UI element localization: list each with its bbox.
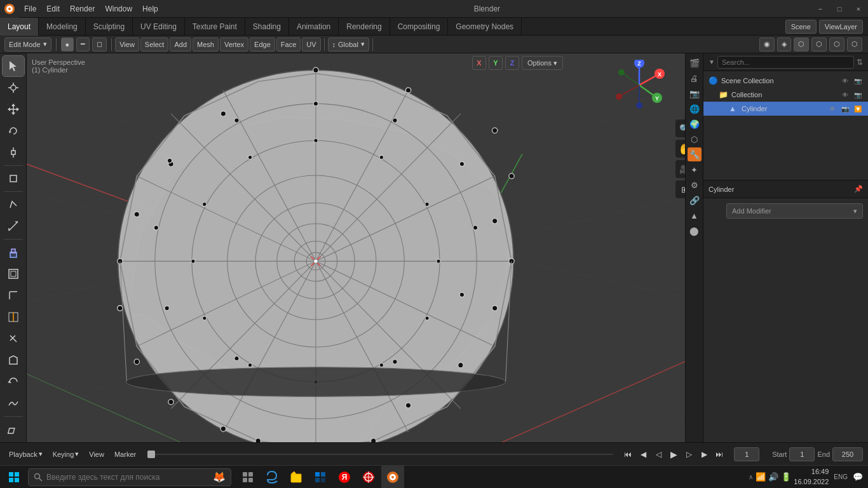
vertex-menu-btn[interactable]: Vertex [220, 37, 248, 51]
face-menu-btn[interactable]: Face [276, 37, 301, 51]
edge-select-btn[interactable]: ━ [76, 37, 90, 51]
menu-window[interactable]: Window [100, 0, 137, 17]
cylinder-restrict-viewport[interactable]: 👁 [827, 104, 837, 114]
start-frame-input[interactable]: 1 [789, 447, 815, 461]
notification-btn[interactable]: 💬 [853, 472, 863, 482]
knife-btn[interactable] [3, 329, 24, 349]
keying-menu-btn[interactable]: Keying ▾ [49, 447, 83, 461]
prev-keyframe-btn[interactable]: ◀ [636, 447, 650, 461]
tab-animation[interactable]: Animation [289, 18, 339, 36]
viewlayer-dropdown[interactable]: ViewLayer [819, 20, 863, 34]
step-back-btn[interactable]: ◁ [651, 447, 665, 461]
collection-restrict-viewport[interactable]: 👁 [840, 90, 850, 100]
tab-rendering[interactable]: Rendering [339, 18, 390, 36]
store-icon[interactable] [309, 466, 332, 489]
bevel-btn[interactable] [3, 285, 24, 306]
shading-solid-btn[interactable]: ⬡ [811, 37, 827, 51]
network-icon[interactable]: 📶 [756, 472, 766, 482]
modifier-props-btn[interactable]: 🔧 [688, 147, 702, 161]
measure-btn[interactable] [3, 216, 24, 236]
taskview-btn[interactable] [236, 466, 259, 489]
next-keyframe-btn[interactable]: ▶ [697, 447, 711, 461]
close-button[interactable]: × [849, 0, 868, 18]
yandex-browser-icon[interactable] [357, 466, 380, 489]
tab-layout[interactable]: Layout [0, 18, 39, 36]
battery-icon[interactable]: 🔋 [781, 472, 791, 482]
scale-tool-btn[interactable] [3, 142, 24, 163]
coord-x-btn[interactable]: X [472, 56, 486, 70]
maximize-button[interactable]: □ [830, 0, 849, 18]
cylinder-restrict-render[interactable]: 📷 [840, 104, 850, 114]
menu-file[interactable]: File [19, 0, 41, 17]
physics-props-btn[interactable]: ⚙ [688, 178, 702, 192]
jump-start-btn[interactable]: ⏮ [621, 447, 635, 461]
render-props-btn[interactable]: 🎬 [688, 56, 702, 70]
timeline-view-btn[interactable]: View [85, 447, 108, 461]
collection-restrict-render[interactable]: 📷 [853, 90, 863, 100]
tray-expand-btn[interactable]: ∧ [749, 473, 753, 480]
inset-btn[interactable] [3, 264, 24, 284]
shading-material-btn[interactable]: ⬡ [829, 37, 844, 51]
add-menu-btn[interactable]: Add [170, 37, 191, 51]
particles-props-btn[interactable]: ✦ [688, 163, 702, 177]
spin-btn[interactable] [3, 372, 24, 392]
outliner-sort-btn[interactable]: ⇅ [857, 58, 863, 67]
tab-modeling[interactable]: Modeling [39, 18, 86, 36]
scene-collection-row[interactable]: 🔵 Scene Collection 👁 📷 [703, 74, 868, 88]
yandex-icon[interactable]: Я [333, 466, 356, 489]
view-menu-btn[interactable]: View [115, 37, 139, 51]
tab-texture-paint[interactable]: Texture Paint [185, 18, 245, 36]
timeline-scrubber[interactable] [147, 454, 613, 455]
blender-taskbar-icon[interactable] [381, 466, 404, 489]
viewport-3d[interactable]: User Perspective (1) Cylinder X Y Z Opti… [27, 53, 703, 442]
taskbar-search[interactable]: 🦊 [28, 468, 231, 486]
current-frame-display[interactable]: 1 [734, 447, 759, 461]
uv-menu-btn[interactable]: UV [302, 37, 320, 51]
constraints-props-btn[interactable]: 🔗 [688, 193, 702, 207]
vertex-select-btn[interactable]: ● [61, 37, 74, 51]
shading-render-btn[interactable]: ⬡ [847, 37, 862, 51]
poly-build-btn[interactable] [3, 350, 24, 370]
properties-pin-btn[interactable]: 📌 [854, 185, 863, 193]
select-tool-btn[interactable] [3, 56, 24, 76]
move-tool-btn[interactable] [3, 99, 24, 119]
file-explorer-icon[interactable] [285, 466, 308, 489]
tab-sculpting[interactable]: Sculpting [86, 18, 133, 36]
material-props-btn[interactable]: ⬤ [688, 224, 702, 238]
add-modifier-btn[interactable]: Add Modifier ▾ [726, 203, 863, 219]
scene-dropdown[interactable]: Scene [785, 20, 817, 34]
extrude-btn[interactable] [3, 242, 24, 262]
shear-btn[interactable] [3, 419, 24, 440]
tab-uv-editing[interactable]: UV Editing [133, 18, 185, 36]
play-btn[interactable]: ▶ [667, 447, 681, 461]
smooth-btn[interactable] [3, 393, 24, 414]
cylinder-restrict-select[interactable]: 🔽 [853, 104, 863, 114]
rotate-tool-btn[interactable] [3, 121, 24, 141]
menu-help[interactable]: Help [137, 0, 163, 17]
end-frame-input[interactable]: 250 [832, 447, 863, 461]
mesh-menu-btn[interactable]: Mesh [193, 37, 219, 51]
cursor-tool-btn[interactable] [3, 78, 24, 98]
coord-y-btn[interactable]: Y [489, 56, 503, 70]
orientation-gizmo[interactable]: Z X Y [614, 60, 665, 111]
outliner-search-input[interactable] [717, 56, 854, 69]
language-indicator[interactable]: ENG [834, 473, 848, 480]
edge-menu-btn[interactable]: Edge [250, 37, 275, 51]
windows-start-btn[interactable] [0, 466, 28, 489]
loop-cut-btn[interactable] [3, 307, 24, 327]
data-props-btn[interactable]: ▲ [688, 208, 702, 222]
output-props-btn[interactable]: 🖨 [688, 71, 702, 85]
mode-selector[interactable]: Edit Mode ▾ [4, 37, 51, 51]
scene-props-btn[interactable]: 🌐 [688, 102, 702, 116]
transform-space-dropdown[interactable]: ↕ Global ▾ [328, 37, 369, 51]
playback-menu-btn[interactable]: Playback ▾ [5, 447, 46, 461]
options-dropdown-btn[interactable]: Options ▾ [522, 56, 563, 70]
view-layer-props-btn[interactable]: 📷 [688, 86, 702, 100]
object-props-btn[interactable]: ⬡ [688, 132, 702, 146]
menu-render[interactable]: Render [65, 0, 100, 17]
scene-collection-restrict-render[interactable]: 📷 [853, 76, 863, 86]
marker-btn[interactable]: Marker [111, 447, 140, 461]
tab-geometry-nodes[interactable]: Geometry Nodes [448, 18, 522, 36]
transform-tool-btn[interactable] [3, 168, 24, 189]
shading-wire-btn[interactable]: ⬡ [794, 37, 809, 51]
